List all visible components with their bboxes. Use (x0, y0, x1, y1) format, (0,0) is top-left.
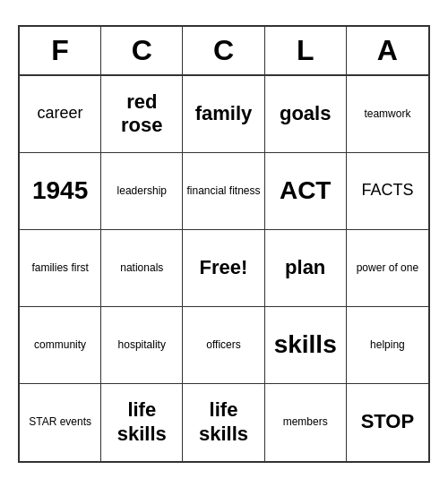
bingo-cell-8[interactable]: ACT (265, 153, 347, 230)
cell-text-0: career (38, 104, 83, 124)
bingo-cell-13[interactable]: plan (265, 230, 347, 307)
bingo-cell-7[interactable]: financial fitness (183, 153, 264, 230)
cell-text-23: members (283, 415, 328, 428)
bingo-card: FCCLA careerred rosefamilygoalsteamwork1… (18, 25, 430, 463)
bingo-cell-23[interactable]: members (265, 384, 347, 461)
bingo-cell-3[interactable]: goals (265, 76, 347, 153)
cell-text-4: teamwork (364, 107, 410, 120)
bingo-header: FCCLA (20, 27, 428, 76)
cell-text-11: nationals (120, 261, 163, 274)
cell-text-7: financial fitness (186, 184, 260, 197)
bingo-cell-10[interactable]: families first (20, 230, 101, 307)
bingo-cell-1[interactable]: red rose (101, 76, 183, 153)
bingo-cell-22[interactable]: life skills (183, 384, 264, 461)
cell-text-22: life skills (186, 398, 260, 446)
bingo-cell-0[interactable]: career (20, 76, 101, 153)
cell-text-3: goals (280, 102, 331, 125)
header-letter-l-3: L (265, 27, 347, 74)
header-letter-a-4: A (347, 27, 428, 74)
cell-text-13: plan (285, 256, 325, 279)
bingo-cell-9[interactable]: FACTS (347, 153, 428, 230)
bingo-cell-12[interactable]: Free! (183, 230, 264, 307)
bingo-cell-19[interactable]: helping (347, 307, 428, 384)
bingo-cell-20[interactable]: STAR events (20, 384, 101, 461)
cell-text-2: family (195, 102, 253, 125)
cell-text-20: STAR events (29, 415, 91, 428)
cell-text-6: leadership (117, 184, 167, 197)
cell-text-16: hospitality (118, 338, 166, 351)
bingo-cell-4[interactable]: teamwork (347, 76, 428, 153)
header-letter-c-1: C (101, 27, 183, 74)
cell-text-24: STOP (361, 410, 415, 433)
header-letter-c-2: C (183, 27, 264, 74)
cell-text-21: life skills (105, 398, 178, 446)
bingo-cell-2[interactable]: family (183, 76, 264, 153)
cell-text-19: helping (370, 338, 405, 351)
bingo-cell-21[interactable]: life skills (101, 384, 183, 461)
bingo-cell-18[interactable]: skills (265, 307, 347, 384)
cell-text-5: 1945 (32, 175, 88, 206)
cell-text-12: Free! (200, 256, 248, 279)
bingo-cell-16[interactable]: hospitality (101, 307, 183, 384)
bingo-cell-24[interactable]: STOP (347, 384, 428, 461)
bingo-grid: careerred rosefamilygoalsteamwork1945lea… (20, 76, 428, 461)
cell-text-8: ACT (280, 175, 332, 206)
bingo-cell-5[interactable]: 1945 (20, 153, 101, 230)
cell-text-9: FACTS (361, 181, 413, 201)
bingo-cell-14[interactable]: power of one (347, 230, 428, 307)
cell-text-14: power of one (357, 261, 418, 274)
cell-text-15: community (34, 338, 86, 351)
bingo-cell-11[interactable]: nationals (101, 230, 183, 307)
cell-text-10: families first (31, 261, 88, 274)
cell-text-18: skills (274, 329, 337, 360)
bingo-cell-15[interactable]: community (20, 307, 101, 384)
bingo-cell-17[interactable]: officers (183, 307, 264, 384)
header-letter-f-0: F (20, 27, 101, 74)
bingo-cell-6[interactable]: leadership (101, 153, 183, 230)
cell-text-17: officers (206, 338, 240, 351)
cell-text-1: red rose (105, 90, 178, 138)
